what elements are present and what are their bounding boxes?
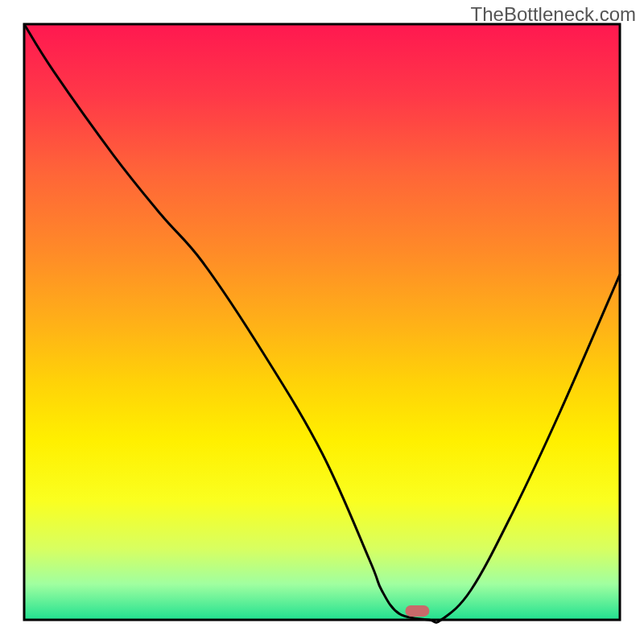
chart-svg [0,0,644,644]
plot-area [24,24,620,622]
optimal-marker [405,605,429,617]
watermark-text: TheBottleneck.com [471,3,636,26]
gradient-background [24,24,620,620]
bottleneck-chart: TheBottleneck.com [0,0,644,644]
